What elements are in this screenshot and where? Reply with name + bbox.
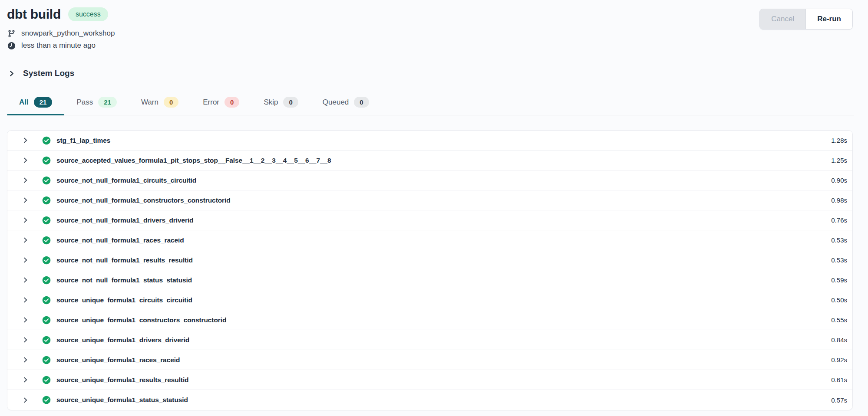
result-row: source_unique_formula1_status_statusid 0… [7, 390, 852, 410]
success-check-icon [42, 216, 51, 225]
result-name: source_not_null_formula1_drivers_driveri… [56, 216, 194, 224]
expand-chevron-icon[interactable] [22, 177, 29, 183]
chevron-right-icon [9, 70, 15, 77]
result-row: source_not_null_formula1_status_statusid… [7, 270, 852, 290]
result-name: source_unique_formula1_constructors_cons… [56, 316, 226, 324]
result-duration: 0.53s [831, 236, 847, 244]
success-check-icon [42, 276, 51, 285]
run-header: dbt build success Cancel Re-run snowpark… [0, 0, 868, 50]
success-check-icon [42, 316, 51, 324]
page-title: dbt build [7, 7, 61, 22]
git-branch-icon [7, 29, 16, 38]
tab-label: Skip [264, 98, 278, 107]
result-row: source_unique_formula1_races_raceid 0.92… [7, 350, 852, 370]
title-row: dbt build success [7, 7, 853, 22]
run-actions: Cancel Re-run [759, 9, 853, 29]
expand-chevron-icon[interactable] [22, 397, 29, 403]
result-name: source_accepted_values_formula1_pit_stop… [56, 157, 331, 164]
result-name: source_unique_formula1_drivers_driverid [56, 336, 189, 344]
result-duration: 0.55s [831, 316, 847, 324]
tab-pass[interactable]: Pass 21 [64, 95, 129, 115]
result-row: stg_f1_lap_times 1.28s [7, 131, 852, 151]
cancel-button[interactable]: Cancel [760, 9, 805, 29]
tab-all[interactable]: All 21 [7, 95, 64, 115]
tab-count-badge: 0 [283, 97, 298, 108]
expand-chevron-icon[interactable] [22, 277, 29, 283]
result-duration: 0.59s [831, 276, 847, 284]
results-list: stg_f1_lap_times 1.28s source_accepted_v… [7, 130, 853, 410]
success-check-icon [42, 156, 51, 165]
result-duration: 0.61s [831, 376, 847, 383]
result-name: source_not_null_formula1_results_resulti… [56, 256, 193, 264]
result-duration: 1.25s [831, 157, 847, 164]
expand-chevron-icon[interactable] [22, 157, 29, 164]
expand-chevron-icon[interactable] [22, 237, 29, 243]
expand-chevron-icon[interactable] [22, 137, 29, 144]
branch-row: snowpark_python_workshop [7, 29, 853, 38]
result-duration: 0.84s [831, 336, 847, 344]
result-row: source_unique_formula1_constructors_cons… [7, 310, 852, 330]
tab-error[interactable]: Error 0 [191, 95, 251, 115]
expand-chevron-icon[interactable] [22, 337, 29, 343]
result-duration: 0.53s [831, 256, 847, 264]
tab-count-badge: 21 [98, 97, 117, 108]
result-row: source_not_null_formula1_drivers_driveri… [7, 210, 852, 230]
result-name: source_not_null_formula1_races_raceid [56, 236, 184, 244]
result-name: source_unique_formula1_circuits_circuiti… [56, 296, 192, 304]
result-row: source_unique_formula1_results_resultid … [7, 370, 852, 390]
success-check-icon [42, 336, 51, 344]
success-check-icon [42, 176, 51, 185]
success-check-icon [42, 296, 51, 305]
expand-chevron-icon[interactable] [22, 377, 29, 383]
result-name: stg_f1_lap_times [56, 137, 110, 144]
result-duration: 0.98s [831, 197, 847, 204]
result-name: source_not_null_formula1_constructors_co… [56, 197, 231, 204]
system-logs-label: System Logs [23, 69, 74, 78]
expand-chevron-icon[interactable] [22, 317, 29, 323]
result-row: source_unique_formula1_circuits_circuiti… [7, 290, 852, 310]
expand-chevron-icon[interactable] [22, 217, 29, 223]
tab-queued[interactable]: Queued 0 [310, 95, 381, 115]
tab-label: Queued [323, 98, 349, 107]
result-name: source_unique_formula1_status_statusid [56, 396, 188, 404]
success-check-icon [42, 376, 51, 384]
success-check-icon [42, 196, 51, 205]
tab-skip[interactable]: Skip 0 [251, 95, 310, 115]
result-duration: 0.92s [831, 356, 847, 364]
run-time: less than a minute ago [21, 41, 96, 50]
expand-chevron-icon[interactable] [22, 197, 29, 203]
tab-label: Error [203, 98, 219, 107]
tab-warn[interactable]: Warn 0 [129, 95, 191, 115]
result-row: source_not_null_formula1_races_raceid 0.… [7, 230, 852, 250]
success-check-icon [42, 356, 51, 364]
rerun-button[interactable]: Re-run [805, 9, 852, 29]
success-check-icon [42, 256, 51, 265]
status-badge: success [68, 7, 108, 21]
expand-chevron-icon[interactable] [22, 297, 29, 303]
result-name: source_unique_formula1_results_resultid [56, 376, 188, 384]
result-duration: 0.90s [831, 177, 847, 184]
result-duration: 1.28s [831, 137, 847, 144]
result-duration: 0.76s [831, 216, 847, 224]
tab-count-badge: 0 [224, 97, 239, 108]
branch-name: snowpark_python_workshop [21, 29, 115, 38]
result-duration: 0.57s [831, 396, 847, 404]
clock-icon [7, 42, 16, 50]
result-name: source_not_null_formula1_circuits_circui… [56, 177, 196, 184]
tab-bar: All 21 Pass 21 Warn 0 Error 0 Skip 0 Que… [7, 95, 854, 115]
tab-label: Warn [141, 98, 158, 107]
system-logs-toggle[interactable]: System Logs [9, 69, 74, 78]
result-row: source_accepted_values_formula1_pit_stop… [7, 151, 852, 170]
result-row: source_not_null_formula1_circuits_circui… [7, 170, 852, 190]
time-row: less than a minute ago [7, 41, 853, 50]
result-name: source_unique_formula1_races_raceid [56, 356, 180, 364]
success-check-icon [42, 396, 51, 404]
expand-chevron-icon[interactable] [22, 257, 29, 263]
result-duration: 0.50s [831, 296, 847, 304]
tab-label: Pass [76, 98, 93, 107]
result-row: source_unique_formula1_drivers_driverid … [7, 330, 852, 350]
expand-chevron-icon[interactable] [22, 357, 29, 363]
result-name: source_not_null_formula1_status_statusid [56, 276, 192, 284]
tab-count-badge: 21 [34, 97, 53, 108]
tab-count-badge: 0 [164, 97, 178, 108]
